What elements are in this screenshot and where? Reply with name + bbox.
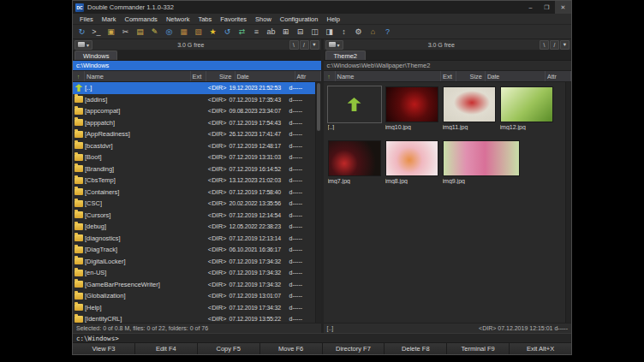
split-view-icon[interactable]: ◨ bbox=[323, 26, 336, 38]
column-header-date[interactable]: Date bbox=[236, 71, 295, 81]
edit-icon[interactable]: ✎ bbox=[148, 26, 161, 38]
left-scrollbar[interactable] bbox=[315, 82, 321, 323]
tab-theme2[interactable]: Theme2 bbox=[325, 50, 367, 60]
file-row[interactable]: [Cursors]<DIR>07.12.2019 12:14:54d----- bbox=[73, 210, 315, 222]
title-bar[interactable]: DC Double Commander 1.1.0-332 – ❐ ✕ bbox=[73, 1, 571, 14]
menu-favorites[interactable]: Favorites bbox=[216, 15, 251, 23]
flat-view-icon[interactable]: ⊟ bbox=[294, 26, 307, 38]
menu-network[interactable]: Network bbox=[162, 15, 194, 23]
pack-icon[interactable]: ▦ bbox=[177, 26, 190, 38]
drive-bar-button[interactable]: ▾ bbox=[560, 40, 569, 50]
history-icon[interactable]: ↺ bbox=[221, 26, 234, 38]
column-header-size[interactable]: Size bbox=[456, 71, 486, 81]
column-header-size[interactable]: Size bbox=[206, 71, 236, 81]
menu-configuration[interactable]: Configuration bbox=[276, 15, 323, 23]
column-header-name[interactable]: Name bbox=[336, 71, 442, 81]
fkey-f5[interactable]: Copy F5 bbox=[198, 343, 260, 354]
maximize-button[interactable]: ❐ bbox=[539, 1, 555, 14]
folder-icon bbox=[73, 154, 85, 161]
file-row[interactable]: [DigitalLocker]<DIR>07.12.2019 17:34:32d… bbox=[73, 256, 315, 268]
paste-icon[interactable]: ▤ bbox=[134, 26, 146, 38]
home-dir-icon[interactable]: ⌂ bbox=[367, 26, 379, 38]
cut-icon[interactable]: ✂ bbox=[119, 26, 132, 38]
fkey-f4[interactable]: Edit F4 bbox=[135, 343, 198, 354]
quick-view-icon[interactable]: ◫ bbox=[308, 26, 321, 38]
copy-icon[interactable]: ▣ bbox=[104, 26, 117, 38]
file-row[interactable]: [Containers]<DIR>07.12.2019 17:58:40d---… bbox=[73, 187, 315, 199]
favorites-icon[interactable]: ★ bbox=[206, 26, 219, 38]
fkey-f7[interactable]: Directory F7 bbox=[323, 343, 385, 354]
unpack-icon[interactable]: ▧ bbox=[192, 26, 205, 38]
drive-bar-button[interactable]: / bbox=[300, 40, 309, 50]
file-row[interactable]: [GameBarPresenceWriter]<DIR>07.12.2019 1… bbox=[73, 279, 315, 291]
menu-show[interactable]: Show bbox=[251, 15, 276, 23]
file-row[interactable]: [IdentityCRL]<DIR>07.12.2019 13:55:22d--… bbox=[73, 313, 315, 323]
tab-windows[interactable]: Windows bbox=[75, 50, 117, 60]
thumbnail-item[interactable]: img7.jpg bbox=[328, 140, 381, 184]
right-drive-selector[interactable]: ▾ bbox=[325, 40, 343, 50]
file-row[interactable]: [bcastdvr]<DIR>07.12.2019 12:48:17d----- bbox=[73, 140, 315, 152]
file-row[interactable]: [Branding]<DIR>07.12.2019 16:14:52d----- bbox=[73, 163, 315, 175]
thumbnail-item[interactable]: img12.jpg bbox=[500, 86, 553, 130]
fkey-f8[interactable]: Delete F8 bbox=[385, 343, 447, 354]
file-row[interactable]: [addins]<DIR>07.12.2019 17:35:43d----- bbox=[73, 94, 315, 106]
file-row[interactable]: [CbsTemp]<DIR>13.12.2023 21:02:03d----- bbox=[73, 175, 315, 187]
sort-indicator[interactable]: ↑ bbox=[73, 71, 85, 81]
search-icon[interactable]: ◎ bbox=[163, 26, 176, 38]
fkey-f9[interactable]: Terminal F9 bbox=[447, 343, 510, 354]
thumbnail-item[interactable]: img11.jpg bbox=[443, 86, 496, 130]
multi-rename-icon[interactable]: ab bbox=[265, 26, 277, 38]
file-row[interactable]: [Help]<DIR>07.12.2019 17:34:32d----- bbox=[73, 302, 315, 314]
fkey-alt+x[interactable]: Exit Alt+X bbox=[510, 343, 571, 354]
help-icon[interactable]: ? bbox=[381, 26, 394, 38]
drive-bar-button[interactable]: ▾ bbox=[310, 40, 319, 50]
minimize-button[interactable]: – bbox=[522, 1, 539, 14]
thumbnail-item[interactable]: img9.jpg bbox=[443, 140, 520, 184]
file-row[interactable]: [appcompat]<DIR>09.08.2023 23:34:07d----… bbox=[73, 105, 315, 117]
file-row[interactable]: [diagnostics]<DIR>07.12.2019 12:13:14d--… bbox=[73, 233, 315, 245]
column-header-attr[interactable]: Attr bbox=[295, 71, 321, 81]
column-header-ext[interactable]: Ext bbox=[191, 71, 206, 81]
thumbnail-item[interactable]: [..] bbox=[328, 86, 381, 130]
swap-panels-icon[interactable]: ↕ bbox=[337, 26, 350, 38]
menu-files[interactable]: Files bbox=[75, 15, 98, 23]
right-scrollbar[interactable] bbox=[565, 82, 571, 323]
drive-bar-button[interactable]: \ bbox=[540, 40, 549, 50]
command-line[interactable]: c:\Windows> bbox=[73, 333, 571, 342]
menu-mark[interactable]: Mark bbox=[98, 15, 121, 23]
file-row[interactable]: [en-US]<DIR>07.12.2019 17:34:32d----- bbox=[73, 267, 315, 279]
sort-indicator[interactable]: ↑ bbox=[324, 71, 336, 81]
compare-icon[interactable]: ≡ bbox=[250, 26, 263, 38]
file-row[interactable]: [CSC]<DIR>20.02.2022 13:35:56d----- bbox=[73, 198, 315, 210]
menu-help[interactable]: Help bbox=[322, 15, 343, 23]
left-path-bar[interactable]: c:\Windows bbox=[73, 61, 321, 71]
menu-commands[interactable]: Commands bbox=[121, 15, 162, 23]
refresh-icon[interactable]: ↻ bbox=[75, 26, 88, 38]
scrollbar-thumb[interactable] bbox=[317, 83, 320, 131]
column-header-ext[interactable]: Ext bbox=[441, 71, 456, 81]
file-row[interactable]: [apppatch]<DIR>07.12.2019 17:54:43d----- bbox=[73, 117, 315, 129]
drive-bar-button[interactable]: / bbox=[550, 40, 559, 50]
column-header-date[interactable]: Date bbox=[486, 71, 546, 81]
thumbnail-item[interactable]: img10.jpg bbox=[385, 86, 438, 130]
terminal-icon[interactable]: >_ bbox=[90, 26, 103, 38]
right-path-bar[interactable]: c:\Windows\Web\Wallpaper\Theme2 bbox=[324, 61, 572, 71]
file-row[interactable]: [debug]<DIR>12.05.2022 22:38:23d----- bbox=[73, 221, 315, 233]
file-row[interactable]: [Boot]<DIR>07.12.2019 13:31:03d----- bbox=[73, 151, 315, 163]
fkey-f3[interactable]: View F3 bbox=[73, 343, 135, 354]
left-drive-selector[interactable]: ▾ bbox=[75, 40, 92, 50]
tree-view-icon[interactable]: ⊞ bbox=[279, 26, 292, 38]
close-button[interactable]: ✕ bbox=[555, 1, 571, 14]
file-row[interactable]: [DiagTrack]<DIR>06.10.2021 16:36:17d----… bbox=[73, 244, 315, 256]
file-row[interactable]: [Globalization]<DIR>07.12.2019 13:01:07d… bbox=[73, 290, 315, 302]
fkey-f6[interactable]: Move F6 bbox=[260, 343, 323, 354]
options-icon[interactable]: ⚙ bbox=[352, 26, 365, 38]
drive-bar-button[interactable]: \ bbox=[289, 40, 299, 50]
column-header-name[interactable]: Name bbox=[85, 71, 191, 81]
sync-dirs-icon[interactable]: ⇄ bbox=[236, 26, 248, 38]
file-row[interactable]: [AppReadiness]<DIR>26.12.2023 17:41:47d-… bbox=[73, 128, 315, 140]
file-row[interactable]: [..]<DIR>19.12.2023 21:52:53d----- bbox=[73, 82, 315, 94]
column-header-attr[interactable]: Attr bbox=[546, 71, 571, 81]
thumbnail-item[interactable]: img8.jpg bbox=[385, 140, 438, 184]
menu-tabs[interactable]: Tabs bbox=[194, 15, 216, 23]
